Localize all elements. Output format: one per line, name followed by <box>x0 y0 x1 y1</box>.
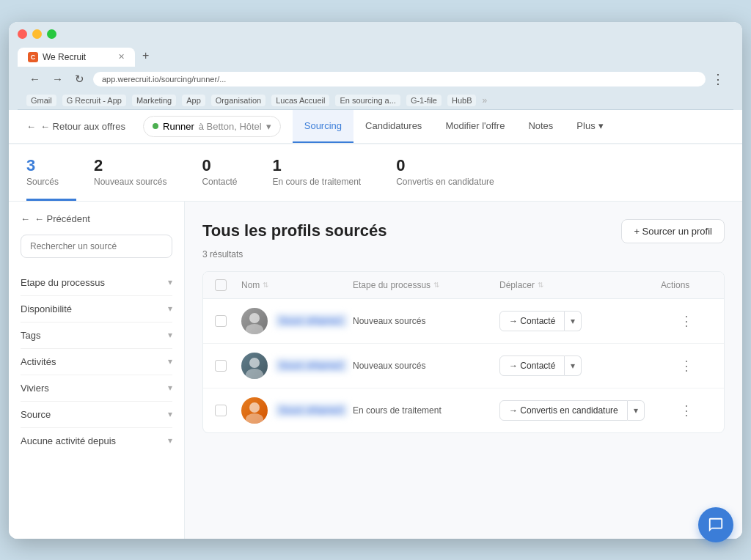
filter-activites-chevron: ▾ <box>168 356 172 366</box>
bookmark-file[interactable]: G-1-file <box>406 95 442 106</box>
reload-button[interactable]: ↻ <box>72 71 87 87</box>
row2-avatar <box>241 353 268 379</box>
stat-nouveaux[interactable]: 2 Nouveaux sourcés <box>76 144 184 201</box>
row2-move-button[interactable]: → Contacté <box>499 355 565 376</box>
traffic-light-maximize[interactable] <box>47 29 56 39</box>
table-row: Sourc eName2 Nouveaux sourcés → Contacté… <box>203 344 724 388</box>
sidebar: ← ← Précédent Etape du processus ▾ Dispo… <box>9 202 185 539</box>
row1-action-menu[interactable]: ⋮ <box>675 310 697 332</box>
tab-plus-label: Plus <box>576 120 595 131</box>
bookmark-app[interactable]: App <box>182 95 205 106</box>
forward-button[interactable]: → <box>49 71 66 86</box>
job-badge[interactable]: Runner à Betton, Hôtel ▾ <box>143 116 281 137</box>
filter-etape[interactable]: Etape du processus ▾ <box>21 270 172 296</box>
header-nom: Nom ⇅ <box>241 280 353 290</box>
row2-action-menu[interactable]: ⋮ <box>675 355 697 377</box>
search-source-input[interactable] <box>21 235 172 258</box>
bookmarks-bar: Gmail G Recruit - App Marketing App Orga… <box>18 92 733 110</box>
tab-close-button[interactable]: ✕ <box>118 52 125 62</box>
deplacer-sort-icon[interactable]: ⇅ <box>538 281 543 289</box>
row1-avatar-image <box>241 308 268 334</box>
bookmark-organisation[interactable]: Organisation <box>211 95 265 106</box>
row3-action-menu[interactable]: ⋮ <box>675 399 697 421</box>
filter-viviers[interactable]: Viviers ▾ <box>21 375 172 402</box>
row3-move-dropdown[interactable]: ▾ <box>628 400 645 421</box>
filter-activites[interactable]: Activités ▾ <box>21 349 172 375</box>
header-etape: Etape du processus ⇅ <box>353 280 499 290</box>
row2-checkbox[interactable] <box>215 360 227 372</box>
filter-disponibilite-label: Disponibilité <box>21 303 72 314</box>
source-profile-button[interactable]: + Sourcer un profil <box>621 219 725 243</box>
row3-stage: En cours de traitement <box>353 405 499 416</box>
tab-favicon: C <box>28 52 38 62</box>
row1-checkbox-cell <box>215 315 241 327</box>
select-all-checkbox[interactable] <box>215 279 227 291</box>
row3-name[interactable]: Sourc eName3 <box>275 403 348 417</box>
tab-modifier-offre[interactable]: Modifier l'offre <box>433 110 516 143</box>
row1-name[interactable]: Sourc eName1 <box>275 314 348 328</box>
traffic-light-close[interactable] <box>18 29 27 39</box>
bookmark-lucas[interactable]: Lucas Accueil <box>271 95 329 106</box>
filter-tags[interactable]: Tags ▾ <box>21 323 172 349</box>
job-location: à Betton, Hôtel <box>199 121 262 132</box>
top-nav: ← ← Retour aux offres Runner à Betton, H… <box>9 110 742 144</box>
row3-checkbox[interactable] <box>215 405 227 416</box>
row2-stage: Nouveaux sourcés <box>353 361 499 371</box>
bookmarks-overflow[interactable]: » <box>482 95 487 106</box>
job-title: Runner <box>163 121 194 132</box>
nav-tabs: Sourcing Candidatures Modifier l'offre N… <box>293 110 615 143</box>
filter-disponibilite-chevron: ▾ <box>168 303 172 314</box>
bookmark-gmail[interactable]: Gmail <box>26 95 56 106</box>
stat-convertis[interactable]: 0 Convertis en candidature <box>378 144 511 201</box>
tab-plus[interactable]: Plus ▾ <box>565 110 615 143</box>
stat-sources[interactable]: 3 Sourcés <box>26 144 76 201</box>
bookmark-recruit[interactable]: G Recruit - App <box>62 95 126 106</box>
stat-traitement-number: 1 <box>272 156 361 175</box>
browser-menu-button[interactable]: ⋮ <box>711 71 725 87</box>
address-bar[interactable] <box>93 72 706 86</box>
table-row: Sourc eName3 En cours de traitement → Co… <box>203 388 724 432</box>
bookmark-marketing[interactable]: Marketing <box>132 95 176 106</box>
row1-avatar <box>241 308 268 334</box>
row3-move-cell: → Convertis en candidature ▾ <box>499 400 661 421</box>
row2-move-dropdown[interactable]: ▾ <box>565 355 582 376</box>
row3-move-button[interactable]: → Convertis en candidature <box>499 400 628 421</box>
filter-activite-depuis[interactable]: Aucune activité depuis ▾ <box>21 428 172 454</box>
svg-point-4 <box>249 402 260 413</box>
etape-sort-icon[interactable]: ⇅ <box>433 281 439 289</box>
tab-notes[interactable]: Notes <box>516 110 565 143</box>
row1-stage: Nouveaux sourcés <box>353 316 499 326</box>
stat-nouveaux-number: 2 <box>94 156 166 175</box>
row1-checkbox[interactable] <box>215 315 227 327</box>
svg-point-2 <box>249 358 260 368</box>
browser-tab[interactable]: C We Recruit ✕ <box>18 48 135 67</box>
nom-sort-icon[interactable]: ⇅ <box>263 281 268 289</box>
stat-contacte-number: 0 <box>202 156 237 175</box>
filter-viviers-label: Viviers <box>21 383 49 394</box>
filter-etape-label: Etape du processus <box>21 277 105 288</box>
back-to-offers-link[interactable]: ← ← Retour aux offres <box>26 111 137 142</box>
stat-nouveaux-label: Nouveaux sourcés <box>94 177 166 187</box>
tab-sourcing[interactable]: Sourcing <box>293 110 353 143</box>
tab-candidatures[interactable]: Candidatures <box>353 110 433 143</box>
bookmark-sourcing[interactable]: En sourcing a... <box>335 95 400 106</box>
content-title: Tous les profils sourcés <box>202 221 387 240</box>
sidebar-prev-link[interactable]: ← ← Précédent <box>21 213 172 224</box>
stat-contacte-label: Contacté <box>202 177 237 187</box>
traffic-light-minimize[interactable] <box>32 29 42 39</box>
filter-source[interactable]: Source ▾ <box>21 402 172 428</box>
chat-support-button[interactable] <box>698 507 733 542</box>
new-tab-button[interactable]: + <box>135 45 156 67</box>
back-button[interactable]: ← <box>26 71 43 86</box>
content-header: Tous les profils sourcés + Sourcer un pr… <box>202 219 725 243</box>
row1-move-dropdown[interactable]: ▾ <box>565 311 582 331</box>
row1-move-button[interactable]: → Contacté <box>499 311 565 331</box>
row1-move-cell: → Contacté ▾ <box>499 311 661 331</box>
bookmark-hub[interactable]: HubB <box>447 95 477 106</box>
filter-disponibilite[interactable]: Disponibilité ▾ <box>21 296 172 323</box>
row1-actions-cell: ⋮ <box>661 310 712 332</box>
stat-traitement[interactable]: 1 En cours de traitement <box>254 144 378 201</box>
stat-contacte[interactable]: 0 Contacté <box>184 144 254 201</box>
header-etape-label: Etape du processus <box>353 280 431 290</box>
row2-name[interactable]: Sourc eName2 <box>275 358 348 372</box>
